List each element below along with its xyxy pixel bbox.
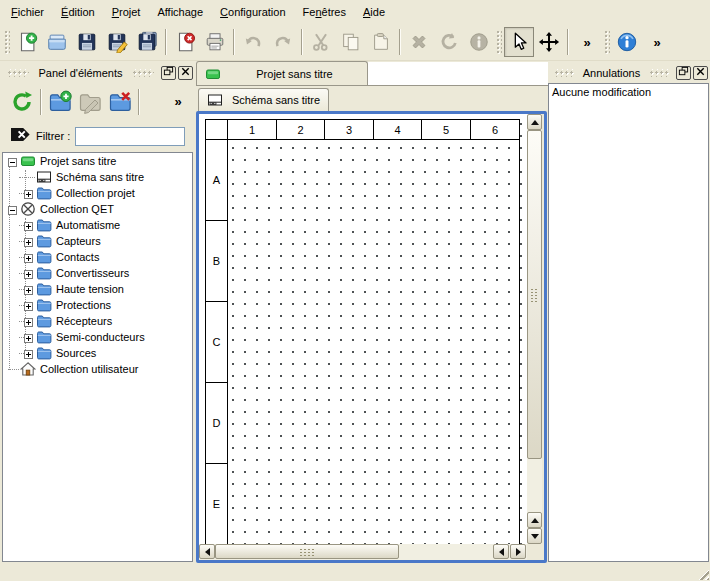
element-infos-button[interactable] bbox=[464, 27, 494, 57]
toolbar-separator bbox=[567, 29, 569, 55]
blue-folder-icon bbox=[36, 249, 52, 265]
tree-item-collection-projet[interactable]: Collection projet bbox=[3, 185, 192, 201]
tree-item-collection-utilisateur[interactable]: Collection utilisateur bbox=[3, 361, 192, 377]
clear-filter-button[interactable] bbox=[10, 127, 31, 145]
new-document-button[interactable] bbox=[12, 27, 42, 57]
reload-collections-button[interactable] bbox=[7, 87, 37, 117]
expand-toggle-icon[interactable] bbox=[24, 285, 33, 294]
elements-tree[interactable]: Projet sans titreSchéma sans titreCollec… bbox=[2, 152, 193, 562]
close-icon bbox=[180, 65, 191, 80]
scroll-up-button[interactable] bbox=[527, 114, 542, 130]
expand-toggle-icon[interactable] bbox=[24, 269, 33, 278]
toolbar-handle[interactable] bbox=[604, 30, 610, 54]
pan-mode-button[interactable] bbox=[534, 27, 564, 57]
close-icon bbox=[695, 65, 706, 80]
close-panel-button[interactable] bbox=[693, 66, 708, 80]
expand-toggle-icon[interactable] bbox=[24, 317, 33, 326]
toolbar-handle[interactable] bbox=[496, 30, 502, 54]
tree-item-collection-qet[interactable]: Collection QET bbox=[3, 201, 192, 217]
float-panel-button[interactable] bbox=[676, 66, 691, 80]
diagram-canvas[interactable]: 123456ABCDE bbox=[199, 114, 527, 544]
horizontal-scrollbar[interactable] bbox=[199, 544, 527, 560]
menu-item-fenetres[interactable]: Fenêtres bbox=[296, 4, 353, 20]
close-file-button[interactable] bbox=[170, 27, 200, 57]
resize-grip[interactable] bbox=[696, 567, 709, 580]
menu-bar: FichierÉditionProjetAffichageConfigurati… bbox=[0, 0, 710, 24]
tree-item-recepteurs[interactable]: Récepteurs bbox=[3, 313, 192, 329]
vertical-scroll-thumb[interactable] bbox=[527, 130, 542, 459]
open-document-button[interactable] bbox=[42, 27, 72, 57]
schema-sheet-icon bbox=[36, 169, 52, 185]
tree-item-haute-tension[interactable]: Haute tension bbox=[3, 281, 192, 297]
elements-panel-titlebar[interactable]: Panel d'éléments bbox=[2, 64, 193, 81]
delete-category-button[interactable] bbox=[105, 87, 135, 117]
copy-pages-icon bbox=[340, 31, 362, 53]
rotate-button[interactable] bbox=[434, 27, 464, 57]
save-as-button[interactable] bbox=[102, 27, 132, 57]
scroll-left-button[interactable] bbox=[199, 544, 215, 559]
save-all-button[interactable] bbox=[132, 27, 162, 57]
copy-button[interactable] bbox=[336, 27, 366, 57]
tree-item-contacts[interactable]: Contacts bbox=[3, 249, 192, 265]
horizontal-scroll-thumb[interactable] bbox=[215, 544, 399, 559]
tab-schema-sans-titre[interactable]: Schéma sans titre bbox=[198, 88, 329, 111]
menu-item-projet[interactable]: Projet bbox=[105, 4, 148, 20]
filter-input[interactable] bbox=[75, 127, 185, 146]
toolbar2-overflow-button[interactable]: » bbox=[642, 27, 672, 57]
tree-item-semi-conducteurs[interactable]: Semi-conducteurs bbox=[3, 329, 192, 345]
expand-toggle-icon[interactable] bbox=[24, 221, 33, 230]
tab-projet-sans-titre[interactable]: Projet sans titre bbox=[196, 61, 368, 85]
paste-button[interactable] bbox=[366, 27, 396, 57]
scroll-up-button-2[interactable] bbox=[527, 512, 542, 528]
tree-item-convertisseurs[interactable]: Convertisseurs bbox=[3, 265, 192, 281]
tree-item-schema-sans-titre[interactable]: Schéma sans titre bbox=[3, 169, 192, 185]
tree-item-automatisme[interactable]: Automatisme bbox=[3, 217, 192, 233]
tree-item-capteurs[interactable]: Capteurs bbox=[3, 233, 192, 249]
tree-item-protections[interactable]: Protections bbox=[3, 297, 192, 313]
toolbar-handle[interactable] bbox=[4, 30, 10, 54]
undo-arrow-icon bbox=[242, 31, 264, 53]
panel-overflow-button[interactable]: » bbox=[163, 87, 193, 117]
close-panel-button[interactable] bbox=[178, 66, 193, 80]
vertical-scrollbar[interactable] bbox=[527, 114, 542, 544]
tree-item-label: Automatisme bbox=[56, 219, 120, 231]
scroll-down-button[interactable] bbox=[527, 528, 542, 544]
float-panel-button[interactable] bbox=[161, 66, 176, 80]
expand-toggle-icon[interactable] bbox=[24, 253, 33, 262]
toolbar-overflow-button[interactable]: » bbox=[572, 27, 602, 57]
print-button[interactable] bbox=[200, 27, 230, 57]
frame-right-border bbox=[519, 119, 520, 544]
menu-item-fichier[interactable]: Fichier bbox=[4, 4, 51, 20]
elements-panel-toolbar: » bbox=[2, 83, 193, 120]
collapse-toggle-icon[interactable] bbox=[8, 157, 17, 166]
menu-item-edition[interactable]: Édition bbox=[54, 4, 102, 20]
menu-item-affichage[interactable]: Affichage bbox=[150, 4, 210, 20]
undo-button[interactable] bbox=[238, 27, 268, 57]
expand-toggle-icon[interactable] bbox=[24, 333, 33, 342]
edit-category-button[interactable] bbox=[75, 87, 105, 117]
selection-mode-button[interactable] bbox=[504, 27, 534, 57]
expand-toggle-icon[interactable] bbox=[24, 301, 33, 310]
menu-item-aide[interactable]: Aide bbox=[356, 4, 392, 20]
undo-panel-titlebar[interactable]: Annulations bbox=[549, 64, 708, 81]
delete-button[interactable] bbox=[404, 27, 434, 57]
scroll-right-button[interactable] bbox=[510, 544, 526, 559]
clear-filter-icon bbox=[10, 127, 31, 145]
save-button[interactable] bbox=[72, 27, 102, 57]
collapse-toggle-icon[interactable] bbox=[8, 205, 17, 214]
arrow-left-icon bbox=[499, 548, 504, 556]
undo-history-list[interactable]: Aucune modification bbox=[548, 83, 709, 562]
tree-item-projet-sans-titre[interactable]: Projet sans titre bbox=[3, 153, 192, 169]
diagram-infos-button[interactable] bbox=[612, 27, 642, 57]
expand-toggle-icon[interactable] bbox=[24, 349, 33, 358]
cut-button[interactable] bbox=[306, 27, 336, 57]
expand-toggle-icon[interactable] bbox=[24, 237, 33, 246]
expand-toggle-icon[interactable] bbox=[24, 189, 33, 198]
grid-row-header-D: D bbox=[205, 382, 228, 464]
new-category-button[interactable] bbox=[45, 87, 75, 117]
undo-list-item[interactable]: Aucune modification bbox=[549, 84, 708, 100]
scroll-left-button-2[interactable] bbox=[493, 544, 509, 559]
redo-button[interactable] bbox=[268, 27, 298, 57]
menu-item-configuration[interactable]: Configuration bbox=[213, 4, 292, 20]
tree-item-sources[interactable]: Sources bbox=[3, 345, 192, 361]
